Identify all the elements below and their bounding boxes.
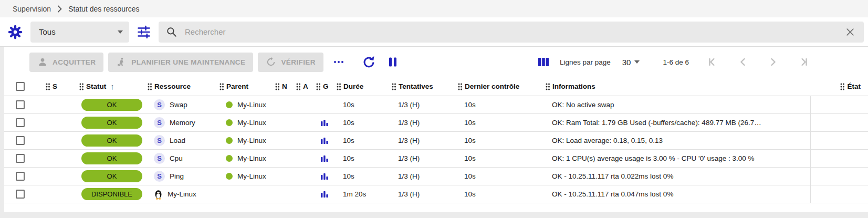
tries-cell: 1/3 (H): [391, 101, 457, 109]
pause-icon[interactable]: [386, 56, 399, 68]
maintenance-person-icon: [116, 57, 127, 67]
advanced-filters-tune-icon[interactable]: [137, 25, 151, 39]
row-checkbox[interactable]: [16, 100, 25, 109]
linux-host-icon: [154, 189, 163, 200]
information-cell: OK - 10.25.11.117 rta 0.022ms lost 0%: [545, 172, 810, 180]
column-header-duree[interactable]: Durée: [336, 82, 391, 91]
graph-icon[interactable]: [320, 137, 329, 145]
clear-search-icon[interactable]: [845, 27, 855, 37]
table-row[interactable]: OK SPing My-Linux 10s 1/3 (H) 10s OK - 1…: [4, 168, 868, 185]
column-header-statut[interactable]: Statut ↑: [79, 82, 147, 91]
parent-name: My-Linux: [237, 119, 266, 127]
row-checkbox[interactable]: [16, 190, 25, 199]
tries-cell: 1/3 (H): [391, 172, 457, 180]
duration-cell: 10s: [336, 119, 391, 127]
search-box: [159, 22, 864, 43]
resources-panel: ACQUITTER PLANIFIER UNE MAINTENANCE VÉRI…: [0, 47, 868, 217]
breadcrumb-item-supervision[interactable]: Supervision: [13, 5, 51, 13]
state-cell: [810, 150, 868, 167]
select-all-chevron-icon[interactable]: [33, 82, 39, 90]
drag-indicator-icon: [391, 82, 397, 91]
row-checkbox[interactable]: [16, 118, 25, 127]
column-header-graph[interactable]: G: [316, 82, 336, 91]
drag-indicator-icon: [296, 82, 301, 91]
resource-name: My-Linux: [168, 190, 196, 198]
graph-icon[interactable]: [320, 190, 329, 199]
parent-status-dot: [226, 137, 233, 144]
service-icon: S: [154, 135, 165, 146]
tries-cell: 1/3 (H): [391, 154, 457, 162]
chevron-down-icon: [118, 30, 123, 34]
state-cell: [810, 96, 868, 113]
check-button[interactable]: VÉRIFIER: [258, 53, 323, 72]
filter-scope-select[interactable]: Tous: [30, 22, 129, 43]
column-header-tentatives[interactable]: Tentatives: [391, 82, 457, 91]
settings-gear-icon[interactable]: [7, 24, 23, 40]
table-row[interactable]: OK SMemory My-Linux 10s 1/3 (H) 10s OK: …: [4, 114, 868, 132]
duration-cell: 10s: [336, 172, 391, 180]
state-cell: [810, 132, 868, 149]
breadcrumb-item-current[interactable]: Statut des ressources: [68, 5, 139, 13]
last-check-cell: 10s: [457, 154, 545, 162]
column-header-dernier-controle[interactable]: Dernier contrôle: [457, 82, 545, 91]
filter-scope-value: Tous: [39, 27, 56, 36]
drag-indicator-icon: [79, 82, 85, 91]
rows-per-page-label: Lignes par page: [560, 58, 611, 66]
column-header-notes[interactable]: N: [275, 82, 296, 91]
previous-page-icon[interactable]: [737, 56, 749, 68]
row-checkbox[interactable]: [16, 136, 25, 145]
status-badge: OK: [81, 170, 142, 182]
information-cell: OK: No active swap: [545, 101, 810, 109]
breadcrumb: Supervision Statut des ressources: [0, 0, 868, 17]
pagination-range: 1-6 de 6: [663, 58, 689, 66]
parent-status-dot: [226, 119, 233, 126]
parent-status-dot: [226, 101, 233, 108]
drag-indicator-icon: [275, 82, 280, 91]
last-check-cell: 10s: [457, 172, 545, 180]
column-header-informations[interactable]: Informations: [545, 82, 810, 91]
state-cell: [810, 114, 868, 131]
state-cell: [810, 168, 868, 185]
downtime-button[interactable]: PLANIFIER UNE MAINTENANCE: [108, 53, 253, 72]
first-page-icon[interactable]: [707, 56, 719, 68]
last-page-icon[interactable]: [797, 56, 809, 68]
information-cell: OK: Ram Total: 1.79 GB Used (-buffers/ca…: [545, 119, 810, 127]
search-icon: [166, 26, 177, 38]
edit-columns-icon[interactable]: [537, 56, 550, 68]
status-badge: OK: [81, 152, 142, 164]
graph-icon[interactable]: [320, 172, 329, 181]
last-check-cell: 10s: [457, 190, 545, 198]
graph-icon[interactable]: [320, 154, 329, 163]
column-header-severity[interactable]: S: [45, 82, 79, 91]
rows-per-page-select[interactable]: 30: [622, 58, 640, 67]
column-header-ressource[interactable]: Ressource: [147, 82, 219, 91]
parent-status-dot: [226, 155, 233, 162]
information-cell: OK - 10.25.11.117 rta 0.047ms lost 0%: [545, 190, 810, 198]
resource-name: Memory: [170, 119, 195, 127]
table-row[interactable]: OK SCpu My-Linux 10s 1/3 (H) 10s OK: 1 C…: [4, 150, 868, 168]
search-input[interactable]: [185, 27, 838, 36]
parent-name: My-Linux: [237, 101, 266, 109]
column-header-action[interactable]: A: [296, 82, 316, 91]
table-row[interactable]: OK SLoad My-Linux 10s 1/3 (H) 10s OK: Lo…: [4, 132, 868, 150]
table-row[interactable]: DISPONIBLE My-Linux 1m 20s 1/3 (H) 10s O…: [4, 185, 868, 203]
table-row[interactable]: OK SSwap My-Linux 10s 1/3 (H) 10s OK: No…: [4, 96, 868, 114]
next-page-icon[interactable]: [767, 56, 779, 68]
service-icon: S: [154, 117, 165, 128]
duration-cell: 10s: [336, 154, 391, 162]
resource-name: Swap: [170, 101, 187, 109]
row-checkbox[interactable]: [16, 172, 25, 181]
column-header-parent[interactable]: Parent: [219, 82, 275, 91]
more-actions-icon[interactable]: [332, 56, 345, 68]
information-cell: OK: 1 CPU(s) average usage is 3.00 % - C…: [545, 154, 810, 162]
parent-status-dot: [226, 173, 233, 180]
select-all-checkbox[interactable]: [16, 82, 25, 91]
sync-icon: [266, 57, 276, 67]
acknowledge-button[interactable]: ACQUITTER: [29, 53, 103, 72]
sort-ascending-icon[interactable]: ↑: [110, 82, 114, 91]
graph-icon[interactable]: [320, 119, 329, 127]
row-checkbox[interactable]: [16, 154, 25, 163]
refresh-icon[interactable]: [362, 55, 376, 69]
parent-name: My-Linux: [237, 154, 266, 162]
column-header-etat[interactable]: État: [810, 82, 868, 91]
